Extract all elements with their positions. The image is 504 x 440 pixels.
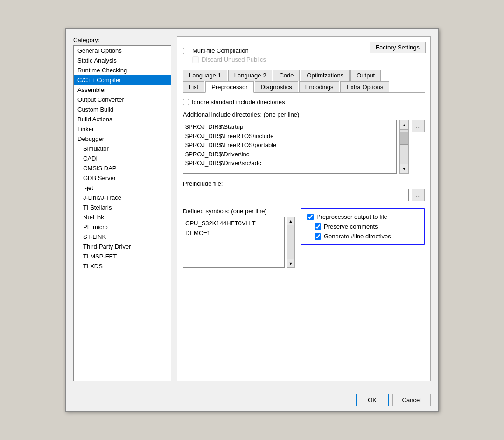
tab-row-2: ListPreprocessorDiagnosticsEncodingsExtr…	[183, 81, 425, 93]
preprocessor-options-panel: Preprocessor output to file Preserve com…	[301, 208, 425, 245]
category-item-simulator[interactable]: Simulator	[74, 144, 171, 154]
preprocessor-output-checkbox[interactable]	[307, 214, 314, 220]
dialog-footer: OK Cancel	[66, 389, 438, 411]
defined-symbols-label: Defined symbols: (one per line)	[183, 208, 295, 215]
category-item-ti-xds[interactable]: TI XDS	[74, 261, 171, 271]
tab-list[interactable]: List	[183, 81, 204, 92]
preinclude-label: Preinclude file:	[183, 180, 425, 187]
tab-diagnostics[interactable]: Diagnostics	[255, 81, 298, 92]
tab-optimizations[interactable]: Optimizations	[301, 70, 350, 81]
preserve-comments-checkbox[interactable]	[315, 223, 321, 230]
category-item-linker[interactable]: Linker	[74, 124, 171, 134]
category-item-cmsis-dap[interactable]: CMSIS DAP	[74, 163, 171, 173]
ignore-std-include-checkbox[interactable]	[183, 99, 189, 105]
defined-symbols-textarea[interactable]: CPU_S32K144HFT0VLLTDEMO=1	[183, 217, 285, 268]
category-item-runtime-checking[interactable]: Runtime Checking	[74, 65, 171, 75]
category-item-assembler[interactable]: Assembler	[74, 85, 171, 95]
preprocessor-output-label: Preprocessor output to file	[316, 213, 387, 220]
scroll-down-btn[interactable]: ▼	[400, 164, 408, 173]
preinclude-row: ...	[183, 189, 425, 201]
scroll-thumb[interactable]	[400, 132, 408, 145]
include-dirs-browse-btn[interactable]: ...	[412, 120, 425, 132]
include-dirs-textarea[interactable]: $PROJ_DIR$\Startup$PROJ_DIR$\FreeRTOS\in…	[183, 120, 397, 174]
content-area: Ignore standard include directories Addi…	[183, 93, 425, 375]
category-item-custom-build[interactable]: Custom Build	[74, 105, 171, 114]
category-item-jlink-jtrace[interactable]: J-Link/J-Trace	[74, 193, 171, 203]
category-item-general-options[interactable]: General Options	[74, 46, 171, 56]
category-item-st-link[interactable]: ST-LINK	[74, 232, 171, 242]
category-item-ti-msp-fet[interactable]: TI MSP-FET	[74, 251, 171, 261]
preprocessor-output-row: Preprocessor output to file	[307, 213, 418, 220]
category-item-gdb-server[interactable]: GDB Server	[74, 173, 171, 183]
tab-output[interactable]: Output	[350, 70, 381, 81]
defined-symbols-container: Defined symbols: (one per line) CPU_S32K…	[183, 208, 295, 268]
preserve-comments-label: Preserve comments	[324, 223, 378, 230]
generate-line-directives-checkbox[interactable]	[315, 233, 321, 240]
cancel-button[interactable]: Cancel	[392, 394, 431, 406]
category-item-static-analysis[interactable]: Static Analysis	[74, 56, 171, 65]
additional-include-label: Additional include directories: (one per…	[183, 111, 425, 118]
tab-row-1: Language 1Language 2CodeOptimizationsOut…	[183, 70, 425, 81]
tab-encodings[interactable]: Encodings	[299, 81, 340, 92]
category-item-nu-link[interactable]: Nu-Link	[74, 212, 171, 222]
bottom-section: Defined symbols: (one per line) CPU_S32K…	[183, 208, 425, 268]
preserve-comments-row: Preserve comments	[307, 223, 418, 230]
defined-scroll-down-btn[interactable]: ▼	[287, 259, 294, 267]
tab-extra-options[interactable]: Extra Options	[340, 81, 389, 92]
category-item-debugger[interactable]: Debugger	[74, 134, 171, 144]
category-panel: Category: General OptionsStatic Analysis…	[73, 36, 171, 381]
category-item-output-converter[interactable]: Output Converter	[74, 95, 171, 105]
tab-language2[interactable]: Language 2	[228, 70, 273, 81]
tab-preprocessor[interactable]: Preprocessor	[205, 81, 253, 93]
ignore-std-include-label: Ignore standard include directories	[192, 98, 285, 105]
factory-settings-button[interactable]: Factory Settings	[370, 42, 426, 53]
tab-code[interactable]: Code	[273, 70, 300, 81]
tab-language1[interactable]: Language 1	[183, 70, 227, 81]
category-label: Category:	[73, 36, 171, 43]
category-item-cadi[interactable]: CADI	[74, 154, 171, 163]
multi-file-compilation-checkbox[interactable]	[183, 48, 189, 54]
generate-line-directives-row: Generate #line directives	[307, 233, 418, 240]
category-item-i-jet[interactable]: I-jet	[74, 183, 171, 193]
category-item-build-actions[interactable]: Build Actions	[74, 114, 171, 124]
multi-file-compilation-label: Multi-file Compilation	[192, 47, 249, 54]
category-item-ti-stellaris[interactable]: TI Stellaris	[74, 203, 171, 212]
discard-unused-publics-row: Discard Unused Publics	[183, 56, 425, 63]
ok-button[interactable]: OK	[356, 394, 389, 406]
defined-scroll-track	[287, 225, 294, 259]
main-dialog: Category: General OptionsStatic Analysis…	[65, 28, 439, 412]
generate-line-directives-label: Generate #line directives	[324, 233, 391, 240]
preinclude-input[interactable]	[183, 189, 409, 201]
tabs-row1: Language 1Language 2CodeOptimizationsOut…	[183, 70, 425, 93]
dialog-body: Category: General OptionsStatic Analysis…	[66, 29, 438, 389]
defined-symbols-wrapper: CPU_S32K144HFT0VLLTDEMO=1 ▲ ▼	[183, 217, 295, 268]
scroll-up-btn[interactable]: ▲	[400, 120, 408, 130]
defined-scroll-up-btn[interactable]: ▲	[287, 217, 294, 225]
discard-unused-publics-checkbox[interactable]	[192, 56, 199, 63]
ignore-std-include-row: Ignore standard include directories	[183, 98, 425, 105]
right-panel: Factory Settings Multi-file Compilation …	[177, 36, 431, 381]
discard-unused-publics-label: Discard Unused Publics	[202, 56, 266, 63]
category-item-pe-micro[interactable]: PE micro	[74, 222, 171, 232]
category-list: General OptionsStatic AnalysisRuntime Ch…	[73, 45, 171, 381]
preinclude-browse-btn[interactable]: ...	[412, 189, 425, 201]
category-item-third-party-driver[interactable]: Third-Party Driver	[74, 242, 171, 251]
category-item-cpp-compiler[interactable]: C/C++ Compiler	[74, 75, 171, 85]
scroll-track	[400, 130, 408, 164]
